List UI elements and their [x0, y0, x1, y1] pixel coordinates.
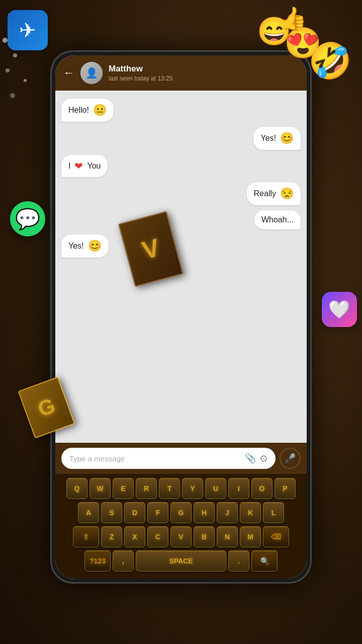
input-area: Type a message 📎 ⊙ 🎤 [55, 443, 307, 474]
whatsapp-icon[interactable]: 💬 [10, 201, 45, 236]
key-j[interactable]: J [217, 502, 238, 523]
message-bubble-5: Whoah... [254, 210, 301, 229]
key-w[interactable]: W [89, 478, 111, 499]
flying-emoji-3: 😄 [257, 15, 292, 48]
phone-screen: ← 👤 Matthew last seen today at 13:25 Hel… [55, 55, 307, 579]
contact-status: last seen today at 13:25 [109, 75, 299, 82]
key-c[interactable]: C [147, 526, 168, 547]
key-k[interactable]: K [240, 502, 261, 523]
message-text-6: Yes! [68, 242, 84, 251]
back-button[interactable]: ← [63, 66, 74, 79]
message-bubble-1: Hello! 😐 [61, 99, 114, 122]
keyboard-row-2: A S D F G H J K L [57, 502, 305, 523]
keyboard-row-4: ?123 , SPACE . 🔍 [57, 550, 305, 572]
key-e[interactable]: E [113, 478, 134, 499]
backspace-key[interactable]: ⌫ [263, 526, 289, 547]
search-key[interactable]: 🔍 [251, 550, 278, 572]
message-bubble-3: I ❤ You [61, 155, 108, 177]
key-u[interactable]: U [205, 478, 226, 499]
key-q[interactable]: Q [66, 478, 87, 499]
key-v[interactable]: V [170, 526, 192, 547]
message-bubble-4: Really 😒 [247, 182, 301, 205]
key-b[interactable]: B [194, 526, 215, 547]
chat-header: ← 👤 Matthew last seen today at 13:25 [55, 55, 307, 91]
key-a[interactable]: A [78, 502, 99, 523]
flying-emoji-2: 🤣 [308, 40, 352, 82]
key-s[interactable]: S [101, 502, 122, 523]
message-text-4: Really [254, 189, 276, 198]
message-text-1: Hello! [68, 106, 89, 115]
whatsapp-symbol: 💬 [15, 207, 40, 231]
key-m[interactable]: M [240, 526, 261, 547]
key-i[interactable]: I [228, 478, 249, 499]
book-letter: V [139, 233, 162, 266]
mic-button[interactable]: 🎤 [280, 448, 301, 469]
contact-avatar: 👤 [80, 62, 103, 84]
contact-info: Matthew last seen today at 13:25 [109, 64, 299, 82]
contact-name: Matthew [109, 64, 299, 74]
attach-icon[interactable]: 📎 [245, 453, 256, 464]
space-key[interactable]: SPACE [136, 550, 226, 572]
key-t[interactable]: T [159, 478, 180, 499]
message-bubble-2: Yes! 😊 [253, 127, 301, 150]
key-g[interactable]: G [170, 502, 192, 523]
key-f[interactable]: F [147, 502, 168, 523]
message-emoji-6: 😊 [88, 239, 102, 253]
avatar-icon: 👤 [85, 67, 98, 79]
key-n[interactable]: N [217, 526, 238, 547]
message-text-3-you: You [87, 162, 101, 171]
key-d[interactable]: D [124, 502, 145, 523]
symbols-key[interactable]: ?123 [84, 550, 111, 572]
phone-frame: ← 👤 Matthew last seen today at 13:25 Hel… [50, 50, 312, 584]
gold-book-letter: G [35, 393, 58, 422]
comma-key[interactable]: , [113, 550, 134, 572]
message-bubble-6: Yes! 😊 [61, 234, 109, 258]
message-input-box[interactable]: Type a message 📎 ⊙ [61, 448, 276, 469]
key-x[interactable]: X [124, 526, 145, 547]
message-text-5: Whoah... [261, 215, 294, 224]
message-text-2: Yes! [260, 134, 276, 143]
message-emoji-1: 😐 [93, 104, 107, 117]
mic-icon: 🎤 [285, 453, 296, 464]
key-y[interactable]: Y [182, 478, 203, 499]
key-z[interactable]: Z [101, 526, 122, 547]
key-r[interactable]: R [136, 478, 157, 499]
message-emoji-4: 😒 [280, 187, 294, 200]
key-h[interactable]: H [194, 502, 215, 523]
period-key[interactable]: . [228, 550, 249, 572]
shift-key[interactable]: ⇧ [73, 526, 99, 547]
camera-icon[interactable]: ⊙ [260, 453, 267, 464]
message-text-3-i: I [68, 162, 70, 171]
key-p[interactable]: P [275, 478, 296, 499]
heart-icon: ❤ [74, 160, 83, 172]
keyboard-row-1: Q W E R T Y U I O P [57, 478, 305, 499]
key-l[interactable]: L [263, 502, 284, 523]
heart-app-symbol: 🤍 [328, 299, 350, 320]
message-emoji-2: 😊 [280, 132, 294, 145]
message-input-placeholder: Type a message [69, 454, 241, 463]
heart-app-icon[interactable]: 🤍 [322, 292, 357, 327]
keyboard-row-3: ⇧ Z X C V B N M ⌫ [57, 526, 305, 547]
key-o[interactable]: O [251, 478, 273, 499]
keyboard: Q W E R T Y U I O P A S D F G H J K [55, 474, 307, 579]
